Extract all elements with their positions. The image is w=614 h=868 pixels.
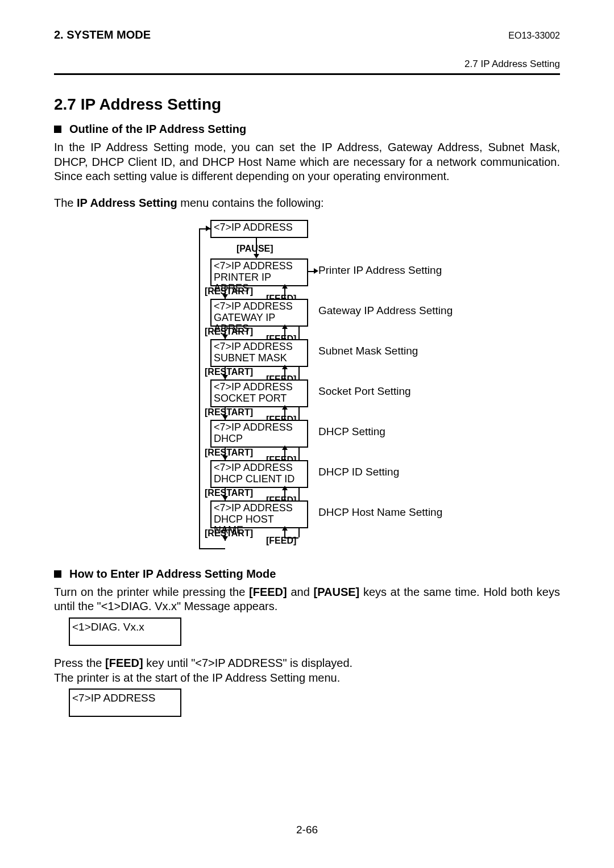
flow-box-line2: DHCP CLIENT ID — [214, 473, 294, 485]
arrow-up-icon — [282, 445, 288, 450]
lcd-screen-diag: <1>DIAG. Vx.x — [69, 617, 181, 646]
flowchart: <7>IP ADDRESS [PAUSE] <7>IP ADDRESS PRIN… — [165, 220, 506, 549]
howto-p2-d: The printer is at the start of the IP Ad… — [54, 671, 340, 684]
flow-label-restart: [RESTART] — [205, 367, 253, 377]
section-title: 2.7 IP Address Setting — [54, 95, 560, 114]
arrow-up-icon — [282, 486, 288, 490]
flow-label-restart: [RESTART] — [205, 286, 253, 297]
flow-box-line1: <7>IP ADDRESS — [214, 462, 293, 473]
flow-box-top: <7>IP ADDRESS — [210, 220, 308, 238]
howto-heading: How to Enter IP Address Setting Mode — [69, 567, 276, 581]
flow-box-line2: SOCKET PORT — [214, 393, 287, 404]
flow-label-pause: [PAUSE] — [237, 244, 273, 254]
howto-p1-pause: [PAUSE] — [314, 586, 360, 598]
menu-intro-prefix: The — [54, 197, 77, 209]
header-section: 2. SYSTEM MODE — [54, 28, 151, 41]
bullet-icon — [54, 570, 61, 578]
flow-box-line1: <7>IP ADDRESS — [214, 341, 293, 352]
howto-p1-c: and — [287, 586, 314, 598]
flow-box-line1: <7>IP ADDRESS — [214, 502, 293, 514]
howto-p1-a: Turn on the printer while pressing the — [54, 586, 249, 598]
howto-p2-c: key until "<7>IP ADDRESS" is displayed. — [143, 657, 352, 669]
flow-box: <7>IP ADDRESS SUBNET MASK — [210, 339, 308, 367]
flow-box: <7>IP ADDRESS GATEWAY IP ADRES — [210, 299, 308, 327]
flow-box-line1: <7>IP ADDRESS — [214, 422, 293, 433]
flow-label-restart: [RESTART] — [205, 327, 253, 337]
arrow-down-icon — [254, 254, 259, 258]
bullet-icon — [54, 126, 61, 133]
arrow-up-icon — [282, 365, 288, 369]
flow-box: <7>IP ADDRESS SOCKET PORT — [210, 379, 308, 407]
flow-desc: DHCP Setting — [318, 425, 500, 438]
flow-label-restart: [RESTART] — [205, 448, 253, 458]
flow-box-line1: <7>IP ADDRESS — [214, 260, 293, 272]
howto-p2-feed: [FEED] — [105, 657, 143, 669]
flow-label-restart: [RESTART] — [205, 528, 253, 539]
flow-desc: DHCP Host Name Setting — [318, 506, 500, 519]
header-rule — [54, 73, 560, 75]
lcd-screen-ip: <7>IP ADDRESS — [69, 688, 181, 717]
flow-box: <7>IP ADDRESS DHCP — [210, 420, 308, 448]
flow-desc: DHCP ID Setting — [318, 466, 500, 478]
header-doc-id: EO13-33002 — [508, 31, 560, 41]
arrow-up-icon — [282, 405, 288, 410]
flow-box: <7>IP ADDRESS DHCP CLIENT ID — [210, 460, 308, 488]
flow-box: <7>IP ADDRESS PRINTER IP ADRES — [210, 258, 308, 286]
arrow-right-icon — [314, 268, 318, 274]
flow-desc: Subnet Mask Setting — [318, 345, 500, 357]
flow-connector — [199, 548, 225, 549]
menu-intro-suffix: menu contains the following: — [177, 197, 324, 209]
flow-connector — [284, 537, 298, 539]
flow-box-line2: SUBNET MASK — [214, 352, 287, 364]
flow-connector — [199, 228, 200, 549]
howto-p1: Turn on the printer while pressing the [… — [54, 585, 560, 614]
flow-box-line2: DHCP — [214, 433, 243, 444]
flow-label-restart: [RESTART] — [205, 407, 253, 418]
flow-box: <7>IP ADDRESS DHCP HOST NAME — [210, 500, 308, 528]
howto-p1-feed: [FEED] — [249, 586, 287, 598]
arrow-up-icon — [282, 526, 288, 531]
outline-paragraph: In the IP Address Setting mode, you can … — [54, 140, 560, 184]
flow-desc: Socket Port Setting — [318, 385, 500, 398]
menu-intro: The IP Address Setting menu contains the… — [54, 197, 560, 210]
arrow-up-icon — [282, 324, 288, 329]
outline-heading: Outline of the IP Address Setting — [69, 123, 246, 136]
page-number: 2-66 — [0, 824, 614, 836]
flow-desc: Printer IP Address Setting — [318, 264, 500, 277]
flow-label-restart: [RESTART] — [205, 488, 253, 498]
arrow-right-icon — [206, 226, 210, 231]
header-subsection: 2.7 IP Address Setting — [54, 59, 560, 70]
arrow-up-icon — [282, 284, 288, 289]
flow-desc: Gateway IP Address Setting — [318, 304, 500, 317]
howto-p2-a: Press the — [54, 657, 105, 669]
howto-p2: Press the [FEED] key until "<7>IP ADDRES… — [54, 656, 560, 685]
flow-box-line1: <7>IP ADDRESS — [214, 381, 293, 393]
flow-box-line1: <7>IP ADDRESS — [214, 301, 293, 312]
menu-intro-bold: IP Address Setting — [77, 197, 177, 209]
